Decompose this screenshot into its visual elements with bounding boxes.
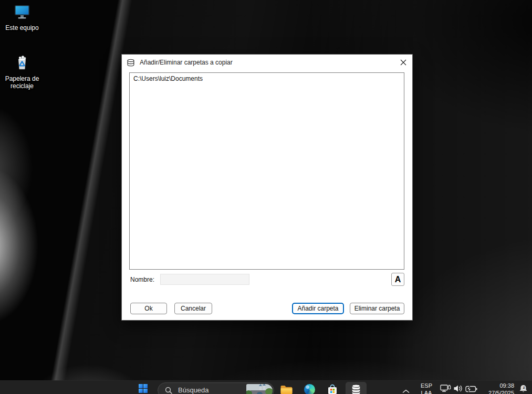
active-app-database[interactable] <box>346 382 367 394</box>
this-pc-icon <box>0 4 44 23</box>
tray-time: 09:38 <box>488 382 514 389</box>
dialog-title: Añadir/Eliminar carpetas a copiar <box>140 59 233 66</box>
dialog-buttons: Ok Cancelar Añadir carpeta Eliminar carp… <box>122 303 412 315</box>
database-icon <box>350 384 362 394</box>
tray-date: 27/5/2025 <box>488 389 514 394</box>
file-explorer-icon[interactable] <box>280 385 293 394</box>
battery-charging-icon[interactable] <box>465 385 477 394</box>
network-icon[interactable] <box>440 384 451 394</box>
font-button-glyph: A <box>395 275 401 284</box>
folder-list-item[interactable]: C:\Users\luiz\Documents <box>130 73 404 83</box>
clock[interactable]: 09:38 27/5/2025 <box>488 382 514 394</box>
ok-button[interactable]: Ok <box>130 303 167 314</box>
language-code: ESP <box>418 382 435 389</box>
bing-daily-image[interactable] <box>246 384 273 394</box>
desktop-icon-label: Papelera de reciclaje <box>0 75 44 90</box>
dialog-add-remove-folders: Añadir/Eliminar carpetas a copiar C:\Use… <box>121 54 413 321</box>
recycle-bin-icon <box>0 55 44 73</box>
dialog-titlebar[interactable]: Añadir/Eliminar carpetas a copiar <box>122 55 412 70</box>
desktop: Este equipo Papelera de reciclaje <box>0 0 532 394</box>
add-folder-button[interactable]: Añadir carpeta <box>292 303 344 314</box>
folder-list[interactable]: C:\Users\luiz\Documents <box>129 72 404 270</box>
close-icon[interactable] <box>397 57 410 68</box>
search-box[interactable]: Búsqueda <box>158 382 274 394</box>
microsoft-store-icon[interactable] <box>327 384 338 394</box>
name-row: Nombre: A <box>122 273 412 286</box>
name-input[interactable] <box>160 274 249 285</box>
windows-logo-icon <box>139 384 148 393</box>
font-button[interactable]: A <box>391 273 404 286</box>
notification-bell-dnd-icon[interactable]: z <box>518 384 528 394</box>
taskbar: Búsqueda <box>0 380 532 394</box>
svg-text:z: z <box>523 385 525 390</box>
desktop-icon-recycle-bin[interactable]: Papelera de reciclaje <box>0 55 44 90</box>
remove-folder-button[interactable]: Eliminar carpeta <box>350 303 404 314</box>
name-label: Nombre: <box>130 276 154 283</box>
database-icon <box>127 59 135 67</box>
search-placeholder: Búsqueda <box>178 386 209 394</box>
language-indicator[interactable]: ESP LAA <box>418 382 435 394</box>
desktop-icon-label: Este equipo <box>0 24 44 31</box>
desktop-icon-this-pc[interactable]: Este equipo <box>0 4 44 31</box>
keyboard-layout: LAA <box>418 389 435 394</box>
search-icon <box>165 387 173 394</box>
volume-icon[interactable] <box>453 385 463 394</box>
start-button[interactable] <box>139 384 148 394</box>
cancel-button[interactable]: Cancelar <box>174 303 212 314</box>
tray-chevron-up-icon[interactable] <box>402 386 410 394</box>
edge-browser-icon[interactable] <box>304 384 315 394</box>
